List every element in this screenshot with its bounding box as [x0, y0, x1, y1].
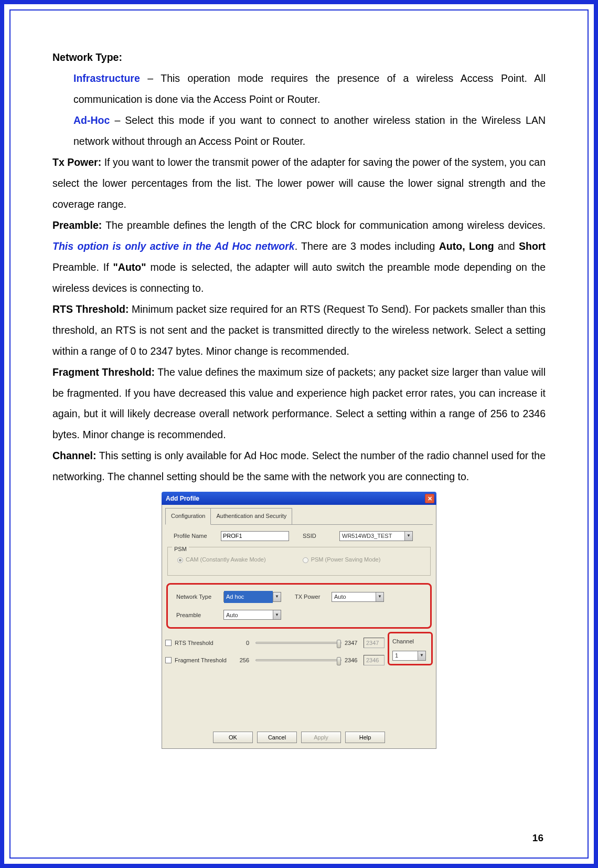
close-icon[interactable]: ✕ — [425, 494, 434, 503]
dialog-title: Add Profile — [166, 492, 199, 505]
fragment-readout: 2346 — [364, 655, 385, 665]
radio-icon — [303, 557, 308, 563]
channel-combo[interactable]: 1 ▼ — [392, 651, 426, 661]
term-auto-quoted: "Auto" — [113, 261, 146, 273]
adhoc-paragraph: Ad-Hoc – Select this mode if you want to… — [52, 110, 546, 152]
page-inner-border: Network Type: Infrastructure – This oper… — [9, 9, 589, 859]
chevron-down-icon[interactable]: ▼ — [273, 610, 281, 619]
apply-button: Apply — [301, 732, 341, 743]
label-channel: Channel — [392, 636, 428, 648]
ok-button[interactable]: OK — [213, 732, 253, 743]
psm-legend: PSM — [172, 543, 189, 555]
rts-slider[interactable] — [255, 642, 341, 644]
page-outer-border: Network Type: Infrastructure – This oper… — [0, 0, 598, 868]
dialog-body: Configuration Authentication and Securit… — [162, 505, 436, 749]
label-ssid: SSID — [303, 530, 339, 542]
heading-rts: RTS Threshold: — [52, 303, 129, 315]
page-number: 16 — [532, 832, 543, 844]
rts-readout: 2347 — [364, 638, 385, 648]
fragment-max: 2346 — [345, 654, 362, 666]
tab-authentication[interactable]: Authentication and Security — [210, 508, 292, 524]
fragment-paragraph: Fragment Threshold: The value defines th… — [52, 362, 546, 446]
rts-max: 2347 — [345, 637, 362, 649]
label-preamble: Preamble — [176, 609, 223, 621]
adhoc-text: – Select this mode if you want to connec… — [73, 114, 546, 147]
channel-paragraph: Channel: This setting is only available … — [52, 446, 546, 488]
psm-radio: PSM (Power Saving Mode) — [303, 554, 381, 566]
help-button[interactable]: Help — [345, 732, 385, 743]
fragment-slider[interactable] — [255, 659, 341, 661]
tab-strip: Configuration Authentication and Securit… — [165, 508, 433, 525]
chevron-down-icon[interactable]: ▼ — [418, 651, 425, 660]
chevron-down-icon[interactable]: ▼ — [404, 532, 412, 541]
rts-checkbox[interactable] — [165, 640, 172, 646]
slider-thumb[interactable] — [337, 640, 341, 648]
term-infrastructure: Infrastructure — [73, 72, 140, 84]
radio-icon — [177, 557, 183, 563]
chevron-down-icon[interactable]: ▼ — [273, 592, 281, 601]
highlighted-channel-section: Channel 1 ▼ — [388, 632, 433, 665]
fragment-slider-row: Fragment Threshold 256 2346 2346 — [165, 654, 385, 666]
term-short: Short — [519, 240, 546, 252]
add-profile-dialog: Add Profile ✕ Configuration Authenticati… — [162, 492, 436, 749]
slider-thumb[interactable] — [337, 657, 341, 665]
cancel-button[interactable]: Cancel — [257, 732, 297, 743]
label-network-type: Network Type — [176, 591, 223, 603]
label-profile-name: Profile Name — [174, 530, 221, 542]
tx-power-text: If you want to lower the transmit power … — [52, 156, 546, 210]
chevron-down-icon[interactable]: ▼ — [376, 592, 383, 601]
term-auto-long: Auto, Long — [439, 240, 494, 252]
rts-slider-row: RTS Threshold 0 2347 2347 — [165, 637, 385, 649]
tab-configuration[interactable]: Configuration — [165, 508, 211, 525]
heading-network-type: Network Type: — [52, 51, 122, 63]
term-adhoc: Ad-Hoc — [73, 114, 110, 126]
infrastructure-text: – This operation mode requires the prese… — [73, 72, 546, 105]
label-tx-power: TX Power — [295, 591, 332, 603]
psm-fieldset: PSM CAM (Constantly Awake Mode) PSM (Pow… — [167, 547, 431, 576]
channel-text: This setting is only available for Ad Ho… — [52, 450, 546, 482]
tx-power-paragraph: Tx Power: If you want to lower the trans… — [52, 152, 546, 215]
highlighted-network-section: Network Type Ad hoc ▼ TX Power Auto ▼ Pr… — [166, 583, 432, 629]
dialog-titlebar[interactable]: Add Profile ✕ — [162, 492, 436, 505]
fragment-min: 256 — [233, 654, 249, 666]
cam-radio: CAM (Constantly Awake Mode) — [177, 554, 266, 566]
dialog-button-row: OK Cancel Apply Help — [162, 732, 436, 743]
label-fragment: Fragment Threshold — [175, 654, 227, 666]
infrastructure-paragraph: Infrastructure – This operation mode req… — [52, 68, 546, 110]
label-rts: RTS Threshold — [175, 637, 213, 649]
rts-min: 0 — [233, 637, 249, 649]
document-body: Network Type: Infrastructure – This oper… — [52, 47, 546, 749]
heading-preamble: Preamble: — [52, 219, 102, 231]
ssid-combo[interactable]: WR514WD3_TEST ▼ — [339, 531, 413, 541]
heading-fragment: Fragment Threshold: — [52, 366, 155, 378]
heading-channel: Channel: — [52, 450, 96, 461]
preamble-combo[interactable]: Auto ▼ — [223, 610, 281, 620]
heading-tx-power: Tx Power: — [52, 156, 101, 168]
preamble-paragraph: Preamble: The preamble defines the lengt… — [52, 215, 546, 299]
rts-paragraph: RTS Threshold: Minimum packet size requi… — [52, 299, 546, 362]
fragment-checkbox[interactable] — [165, 657, 172, 663]
tx-power-combo[interactable]: Auto ▼ — [332, 592, 384, 602]
preamble-note: This option is only active in the Ad Hoc… — [52, 240, 295, 252]
network-type-combo[interactable]: Ad hoc ▼ — [223, 592, 281, 602]
profile-name-input[interactable] — [221, 531, 289, 541]
